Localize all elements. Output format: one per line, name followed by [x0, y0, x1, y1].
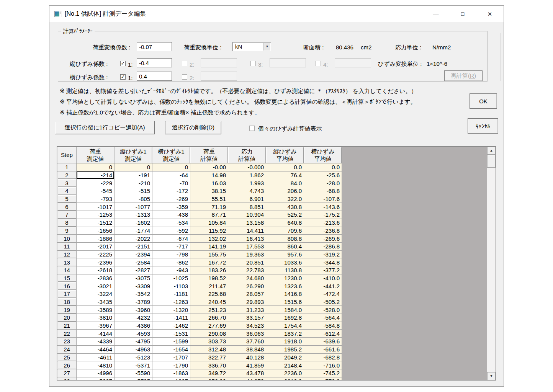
cell[interactable]: -534 — [152, 219, 190, 227]
cell[interactable]: -2017 — [77, 242, 115, 250]
cell[interactable]: 356.09 — [190, 377, 228, 381]
cell[interactable]: -528.0 — [304, 306, 342, 314]
cell[interactable]: -2618 — [77, 266, 115, 274]
cell[interactable]: 211.47 — [190, 282, 228, 290]
cell[interactable]: 1323.6 — [266, 282, 304, 290]
cell[interactable]: -3435 — [77, 298, 115, 306]
cell[interactable]: 10.904 — [228, 211, 266, 219]
cell[interactable]: -1077 — [115, 203, 152, 211]
cell[interactable]: -682.8 — [304, 353, 342, 361]
cell[interactable]: 167.72 — [190, 258, 228, 266]
cell[interactable]: -2836 — [77, 274, 115, 282]
cell[interactable]: -229 — [77, 179, 115, 187]
cell[interactable]: -68.8 — [304, 187, 342, 195]
cell[interactable]: -545 — [77, 187, 115, 195]
cell[interactable]: -1886 — [77, 235, 115, 243]
cell[interactable]: -1017 — [77, 203, 115, 211]
vstrain3-checkbox[interactable] — [250, 61, 256, 66]
cell[interactable]: -612.4 — [304, 330, 342, 338]
cell[interactable]: 19.363 — [228, 250, 266, 258]
cell[interactable]: -1654 — [152, 345, 190, 353]
cell[interactable]: -0.00 — [190, 163, 228, 172]
cell[interactable]: -4593 — [115, 330, 152, 338]
chevron-down-icon[interactable]: ▼ — [263, 43, 270, 51]
row-header[interactable]: 25 — [57, 353, 77, 361]
row-header[interactable]: 28 — [57, 377, 77, 381]
cell[interactable]: 312.48 — [190, 345, 228, 353]
cell[interactable]: 4.743 — [228, 187, 266, 195]
cell[interactable]: -210 — [115, 179, 152, 187]
cell[interactable]: -4810 — [77, 361, 115, 369]
cell[interactable]: 225.68 — [190, 290, 228, 298]
cell[interactable]: 1130.8 — [266, 266, 304, 274]
cell[interactable]: 155.75 — [190, 250, 228, 258]
cell[interactable]: 71.19 — [190, 203, 228, 211]
cell[interactable]: -1599 — [152, 338, 190, 346]
cell[interactable]: 22.783 — [228, 266, 266, 274]
load-coeff-input[interactable] — [137, 42, 172, 51]
row-header[interactable]: 24 — [57, 345, 77, 353]
cell[interactable]: -107.6 — [304, 195, 342, 203]
cell[interactable]: -2584 — [115, 258, 152, 266]
row-header[interactable]: 11 — [57, 242, 77, 250]
cell[interactable]: 29.893 — [228, 298, 266, 306]
row-header[interactable]: 12 — [57, 250, 77, 258]
cell[interactable]: -3309 — [115, 282, 152, 290]
cell[interactable]: -213.6 — [304, 219, 342, 227]
cell[interactable]: -1863 — [152, 369, 190, 377]
cell[interactable]: -862 — [152, 258, 190, 266]
cell[interactable]: 17.553 — [228, 242, 266, 250]
cell[interactable]: -639.6 — [304, 338, 342, 346]
cell[interactable]: -1656 — [77, 227, 115, 235]
cell[interactable]: -717 — [152, 242, 190, 250]
row-header[interactable]: 22 — [57, 330, 77, 338]
cell[interactable]: 860.4 — [266, 242, 304, 250]
cell[interactable]: -441.2 — [304, 282, 342, 290]
cell[interactable]: -564.4 — [304, 314, 342, 322]
cell[interactable]: 430.8 — [266, 203, 304, 211]
cell[interactable]: 14.98 — [190, 171, 228, 179]
cell[interactable]: 336.70 — [190, 361, 228, 369]
cell[interactable]: 808.8 — [266, 235, 304, 243]
cell[interactable]: -1103 — [152, 282, 190, 290]
row-header[interactable]: 19 — [57, 306, 77, 314]
cell[interactable]: 183.26 — [190, 266, 228, 274]
cell[interactable]: -505.2 — [304, 298, 342, 306]
cell[interactable]: 16.413 — [228, 235, 266, 243]
cell[interactable]: -64 — [152, 171, 190, 179]
cell[interactable]: 36.063 — [228, 330, 266, 338]
cell[interactable]: -4386 — [115, 322, 152, 330]
row-header[interactable]: 23 — [57, 338, 77, 346]
cell[interactable]: 2318.0 — [266, 377, 304, 381]
cell[interactable]: -5123 — [115, 353, 152, 361]
cell[interactable]: 34.523 — [228, 322, 266, 330]
ok-button[interactable]: OK — [470, 93, 497, 109]
cell[interactable]: -25.6 — [304, 171, 342, 179]
cell[interactable]: -377.2 — [304, 266, 342, 274]
cell[interactable]: 957.6 — [266, 250, 304, 258]
cell[interactable]: -4144 — [77, 330, 115, 338]
cell[interactable]: 33.157 — [228, 314, 266, 322]
row-header[interactable]: 13 — [57, 258, 77, 266]
cell[interactable]: -269.6 — [304, 235, 342, 243]
cell[interactable]: 55.51 — [190, 195, 228, 203]
vstrain4-checkbox[interactable] — [316, 61, 321, 66]
cell[interactable]: -214 — [77, 171, 115, 179]
vstrain1-checkbox[interactable]: ✓ — [120, 61, 126, 66]
hstrain1-checkbox[interactable]: ✓ — [120, 74, 126, 80]
cell[interactable]: -70 — [152, 179, 190, 187]
cell[interactable]: -143.6 — [304, 203, 342, 211]
cell[interactable]: -359 — [152, 203, 190, 211]
cell[interactable]: -1263 — [152, 298, 190, 306]
load-unit-select[interactable]: kN ▼ — [232, 42, 271, 51]
cell[interactable]: -674 — [152, 235, 190, 243]
cell[interactable]: 1.862 — [228, 171, 266, 179]
cell[interactable]: 1033.6 — [266, 258, 304, 266]
row-header[interactable]: 6 — [57, 203, 77, 211]
cell[interactable]: 76.4 — [266, 171, 304, 179]
row-header[interactable]: 7 — [57, 211, 77, 219]
cell[interactable]: -172 — [152, 187, 190, 195]
cell[interactable]: -472.4 — [304, 290, 342, 298]
vstrain1-input[interactable] — [137, 58, 172, 67]
cell[interactable]: 198.52 — [190, 274, 228, 282]
